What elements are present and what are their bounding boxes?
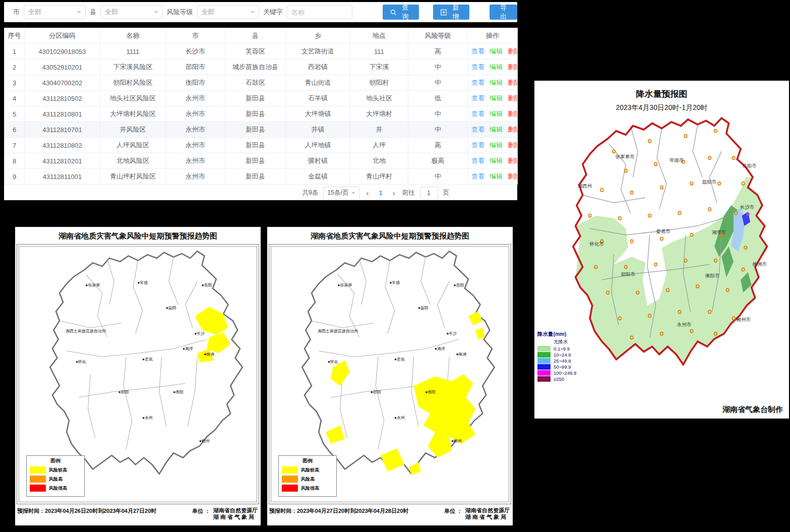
table-cell: 衡阳市 [166, 75, 225, 91]
city-filter-label: 市 [13, 8, 20, 17]
table-cell: 低 [408, 91, 468, 106]
table-cell: 永州市 [166, 153, 225, 169]
table-cell: 7 [5, 138, 25, 153]
action-view-link[interactable]: 查看 [471, 79, 484, 86]
action-edit-link[interactable]: 编辑 [490, 47, 503, 55]
risk-level-select[interactable]: 全部 [197, 5, 259, 19]
action-view-link[interactable]: 查看 [471, 94, 484, 102]
action-del-link[interactable]: 删除 [508, 157, 518, 164]
unit-line1: 湖南省自然资源厅 [213, 507, 258, 514]
action-edit-link[interactable]: 编辑 [490, 79, 503, 86]
row-actions: 查看编辑删除 [468, 122, 518, 138]
legend-item: 50~99.9 [537, 364, 595, 370]
table-cell: 1111 [100, 44, 166, 60]
export-button[interactable]: 导出 [490, 5, 517, 20]
legend-label: 无降水 [554, 339, 568, 345]
table-cell: 金盆镇 [286, 169, 350, 185]
action-view-link[interactable]: 查看 [471, 141, 484, 149]
column-header: 名称 [100, 28, 166, 44]
action-edit-link[interactable]: 编辑 [490, 141, 503, 149]
legend-item: 25~49.9 [537, 358, 595, 364]
keyword-filter-label: 关键字 [263, 8, 283, 17]
next-page-button[interactable]: › [391, 189, 397, 197]
action-edit-link[interactable]: 编辑 [490, 126, 503, 133]
table-cell: 长沙市 [166, 44, 225, 60]
export-button-label: 导出 [497, 3, 510, 21]
table-cell: 1 [5, 44, 25, 60]
keyword-input[interactable] [287, 5, 352, 19]
action-view-link[interactable]: 查看 [471, 110, 484, 117]
table-cell: 新田县 [225, 122, 286, 138]
action-del-link[interactable]: 删除 [508, 47, 518, 55]
legend-item: 风险高 [282, 476, 333, 483]
city-select[interactable]: 全部 [24, 5, 86, 19]
pagination-bar: 共9条 15条/页 ‹ 1 › 前往 页 [4, 185, 517, 201]
legend-swatch [30, 485, 46, 492]
table-cell: 地头社区风险区 [100, 91, 166, 106]
risk-zone-table: 序号分区编码名称市县乡地点风险等级操作 143010290180531111长沙… [4, 28, 518, 185]
table-cell: 新田县 [225, 169, 286, 185]
table-cell: 中 [408, 169, 468, 185]
table-cell: 中 [408, 75, 468, 91]
action-del-link[interactable]: 删除 [508, 94, 518, 102]
page-size-value: 15条/页 [327, 189, 348, 197]
table-row: 643112810701井风险区永州市新田县井镇井中查看编辑删除 [5, 122, 518, 138]
action-del-link[interactable]: 删除 [508, 141, 518, 149]
table-cell: 8 [5, 153, 25, 169]
legend-swatch [30, 476, 46, 483]
action-edit-link[interactable]: 编辑 [490, 94, 503, 102]
table-cell: 城步苗族自治县 [225, 60, 286, 75]
row-actions: 查看编辑删除 [468, 153, 518, 169]
legend-swatch [537, 346, 551, 351]
table-cell: 43040700202 [25, 75, 100, 91]
goto-page-input[interactable] [420, 187, 438, 200]
page-size-select[interactable]: 15条/页 [323, 187, 359, 200]
action-del-link[interactable]: 删除 [508, 172, 518, 180]
action-view-link[interactable]: 查看 [471, 126, 484, 133]
table-cell: 人坪风险区 [100, 138, 166, 153]
table-row: 143010290180531111长沙市芙蓉区文艺路街道111高查看编辑删除 [5, 44, 518, 60]
table-row: 343040700202朝阳村风险区衡阳市石鼓区青山街道朝阳村中查看编辑删除 [5, 75, 518, 91]
action-edit-link[interactable]: 编辑 [490, 157, 503, 164]
table-cell: 43052910201 [25, 60, 100, 75]
table-cell: 43112810802 [25, 138, 100, 153]
action-del-link[interactable]: 删除 [508, 63, 518, 71]
action-view-link[interactable]: 查看 [471, 157, 484, 164]
action-edit-link[interactable]: 编辑 [490, 110, 503, 117]
chevron-down-icon [77, 11, 81, 15]
search-button[interactable]: 查询 [383, 5, 419, 20]
add-button[interactable]: 新增 [433, 5, 469, 20]
legend-label: 风险高 [49, 476, 63, 483]
table-cell: 芙蓉区 [225, 44, 286, 60]
trend-legend: 图例 风险较高风险高风险很高 [26, 455, 85, 497]
action-view-link[interactable]: 查看 [471, 47, 484, 55]
current-page[interactable]: 1 [376, 190, 386, 197]
risk-zone-table-panel: 序号分区编码名称市县乡地点风险等级操作 143010290180531111长沙… [4, 28, 517, 200]
table-cell: 地头社区 [350, 91, 408, 106]
legend-label: 风险很高 [49, 485, 67, 492]
table-row: 443112810502地头社区风险区永州市新田县石羊镇地头社区低查看编辑删除 [5, 91, 518, 106]
table-cell: 邵阳市 [166, 60, 225, 75]
precip-legend-title: 降水量(mm) [537, 331, 595, 338]
column-header: 风险等级 [408, 28, 468, 44]
action-del-link[interactable]: 删除 [508, 126, 518, 133]
row-actions: 查看编辑删除 [468, 169, 518, 185]
county-select[interactable]: 全部 [100, 5, 162, 19]
column-header: 地点 [350, 28, 408, 44]
table-cell: 中 [408, 60, 468, 75]
trend-map-frame: 图例 风险较高风险高风险很高 ●张家界●常德●岳阳湘西土家族苗族自治州●益阳●长… [17, 244, 259, 504]
table-cell: 新田县 [225, 138, 286, 153]
action-edit-link[interactable]: 编辑 [490, 172, 503, 180]
precip-legend: 降水量(mm) 无降水0.1~9.910~24.925~49.950~99.91… [537, 331, 595, 382]
column-header: 操作 [468, 28, 518, 44]
action-edit-link[interactable]: 编辑 [490, 63, 503, 71]
action-del-link[interactable]: 删除 [508, 79, 518, 86]
action-del-link[interactable]: 删除 [508, 110, 518, 117]
table-cell: 中 [408, 122, 468, 138]
legend-label: 风险较高 [49, 467, 67, 474]
action-view-link[interactable]: 查看 [471, 172, 484, 180]
table-cell: 新田县 [225, 91, 286, 106]
action-view-link[interactable]: 查看 [471, 63, 484, 71]
table-row: 543112810801大坪塘村风险区永州市新田县大坪塘镇大坪塘村中查看编辑删除 [5, 106, 518, 122]
prev-page-button[interactable]: ‹ [364, 189, 371, 197]
